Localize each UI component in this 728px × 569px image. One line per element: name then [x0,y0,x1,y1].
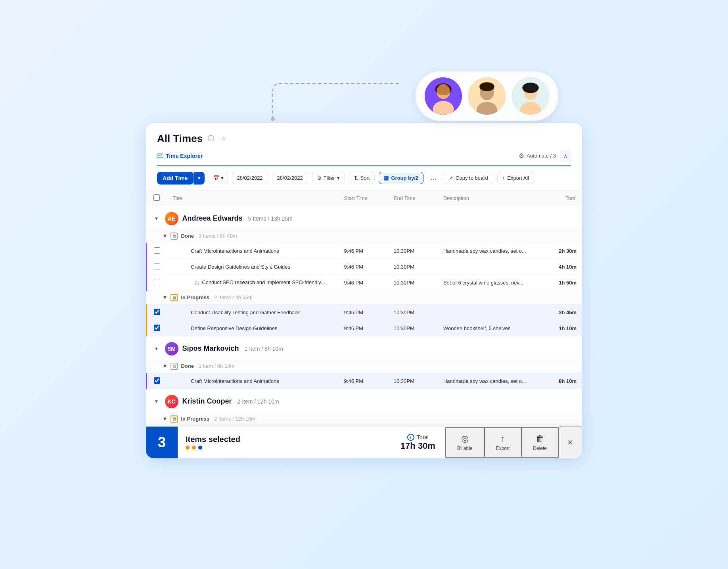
subgroup-inprogress-kristin: ▼ ▤ In Progress 2 Items / 12h 10m [147,412,582,426]
row-end-time: 10:30PM [388,373,438,389]
group-meta-sipos: 1 Item / 8h 10m [245,346,283,352]
export-icon: ↑ [502,175,505,181]
export-label: Export [496,446,510,451]
row-end-time: 10:30PM [388,259,438,275]
title-column-header: Title [167,190,338,206]
table-header: Title Start Time End Time Description To… [147,190,582,206]
billable-button[interactable]: ◎ Billable [445,427,484,458]
row-description: Handmade soy wax candles, set o... [438,373,537,389]
selected-count-badge: 3 [146,427,178,458]
subgroup-status-label: Done [181,363,194,369]
subgroup-status-label: Done [181,233,194,239]
total-column-header: Total [537,190,582,206]
dot-blue [198,446,202,450]
row-description: Wooden bookshelf, 5 shelves [438,320,537,336]
subgroup-done-sipos: ▼ ▤ Done 1 Item / 8h 10m [147,359,582,373]
delete-icon: 🗑 [536,434,544,444]
subgroup-chevron[interactable]: ▼ [163,363,168,369]
action-bar: Add Time ▾ 📅 ▾ 28/02/2022 28/02/2022 ⊘ F… [146,166,582,190]
tab-label: Time Explorer [166,153,203,159]
dot-orange-2 [192,446,196,450]
delete-label: Delete [533,446,547,451]
date-end-button[interactable]: 28/02/2022 [272,172,308,184]
subgroup-meta: 2 Items / 4h 55m [214,294,253,300]
row-description [438,304,537,320]
dashed-arrow [269,79,404,123]
export-button[interactable]: ↑ Export [484,427,521,458]
row-total: 4h 10m [537,259,582,275]
subgroup-chevron[interactable]: ▼ [163,294,168,300]
group-name-kristin: Kristin Cooper [182,397,232,406]
total-amount: 17h 30m [400,441,435,451]
row-checkbox[interactable] [154,263,160,269]
description-column-header: Description [438,190,537,206]
more-options-button[interactable]: ... [427,172,440,184]
subgroup-chevron[interactable]: ▼ [163,416,168,422]
table-row: Craft Microinteractions and Animations 9… [147,373,582,389]
subgroup-chevron[interactable]: ▼ [163,233,168,239]
export-all-button[interactable]: ↑ Export All [497,172,534,184]
group-by-button[interactable]: ▦ Group by/2 [379,172,423,184]
filter-button[interactable]: ⊘ Filter ▾ [312,172,345,184]
close-icon: × [567,437,573,448]
add-time-button[interactable]: Add Time [157,172,193,185]
row-checkbox[interactable] [154,247,160,254]
sort-button[interactable]: ⇅ Sort [349,172,375,184]
subgroup-done-andreea: ▼ ▤ Done 3 Items / 8h 40m [147,229,582,243]
group-row-andreea: ▼ AE Andreea Edwards 5 Items / 13h 25m [147,206,582,229]
row-end-time: 10:30PM [388,304,438,320]
bottom-selection-bar: 3 Items selected i Total 17h 30m [146,426,582,458]
avatar-2 [467,76,507,116]
star-icon[interactable]: ☆ [219,134,228,143]
billable-icon: ◎ [461,434,469,444]
selected-text-block: Items selected [178,429,391,455]
row-start-time: 9:46 PM [339,320,388,336]
automate-button[interactable]: ⚙ Automate / 3 [519,152,556,160]
page-title: All Times [157,133,203,145]
row-start-time: 9:46 PM [339,275,388,290]
svg-point-0 [271,117,275,121]
row-total: 8h 10m [537,373,582,389]
collapse-button[interactable]: ∧ [560,150,571,161]
row-checkbox[interactable] [154,309,160,315]
toolbar-row: Time Explorer ⚙ Automate / 3 ∧ [157,150,571,166]
row-checkbox[interactable] [154,325,160,331]
table-container: Title Start Time End Time Description To… [146,190,582,426]
table-row: ⊡Conduct SEO research and Implement SEO-… [147,275,582,290]
card-header: All Times ⓘ ☆ Time Explorer ⚙ Automate /… [146,123,582,166]
calendar-chevron: ▾ [221,175,224,181]
info-icon[interactable]: ⓘ [207,134,215,143]
close-selection-button[interactable]: × [558,427,582,458]
row-checkbox[interactable] [154,279,160,285]
row-start-time: 9:46 PM [339,259,388,275]
group-chevron-sipos[interactable]: ▼ [152,344,161,353]
group-icon: ▦ [384,175,389,181]
time-explorer-tab[interactable]: Time Explorer [157,153,203,159]
end-time-column-header: End Time [388,190,438,206]
group-row-kristin: ▼ KC Kristin Cooper 2 Item / 12h 10m [147,389,582,412]
group-chevron-andreea[interactable]: ▼ [152,214,161,223]
subgroup-status-label: In Progress [181,416,209,422]
svg-point-13 [522,83,538,93]
group-chevron-kristin[interactable]: ▼ [152,397,161,406]
group-row-sipos: ▼ SM Sípos Markovich 1 Item / 8h 10m [147,336,582,359]
subgroup-status-icon: ▤ [171,233,178,240]
copy-to-board-button[interactable]: ↗ Copy to board [444,172,493,184]
row-end-time: 10:30PM [388,243,438,259]
menu-icon [157,154,163,158]
row-end-time: 10:30PM [388,320,438,336]
select-all-checkbox[interactable] [153,194,160,201]
table-row: Create Design Guidelines and Style Guide… [147,259,582,275]
date-start-button[interactable]: 28/02/2022 [232,172,268,184]
subgroup-status-icon: ▤ [171,363,178,370]
row-checkbox[interactable] [154,377,160,384]
delete-button[interactable]: 🗑 Delete [521,427,558,458]
row-end-time: 10:30PM [388,275,438,290]
total-block: i Total 17h 30m [391,428,445,457]
add-time-dropdown[interactable]: ▾ [193,172,205,185]
dot-orange [186,446,190,450]
sub-item-icon: ⊡ [195,280,200,286]
selected-count: 3 [158,434,166,451]
title-row: All Times ⓘ ☆ [157,133,571,145]
calendar-button[interactable]: 📅 ▾ [209,172,228,184]
